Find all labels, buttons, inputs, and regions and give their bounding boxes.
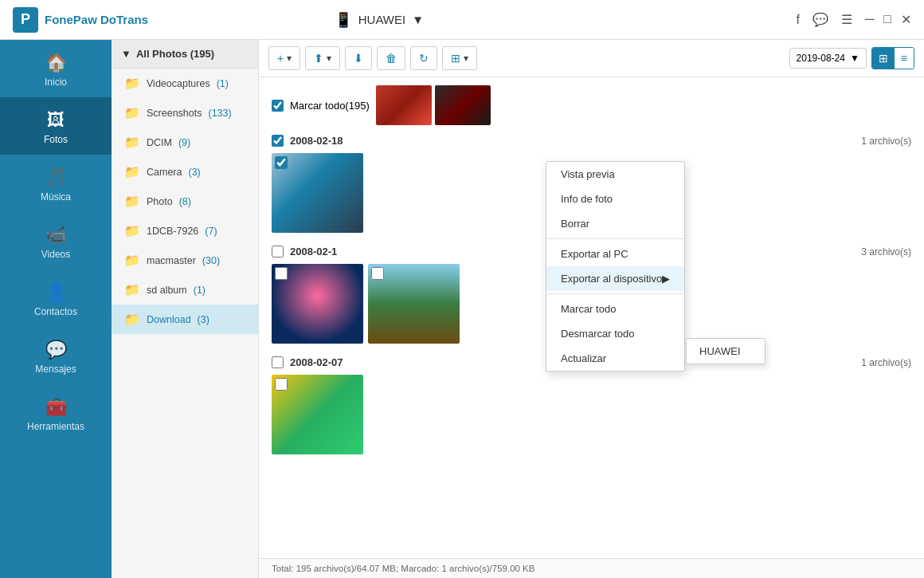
- album-item-videocaptures[interactable]: 📁 Videocaptures (1): [112, 69, 258, 98]
- photo-p4-checkbox[interactable]: [275, 378, 288, 391]
- music-icon: 🎵: [45, 167, 67, 188]
- refresh-icon: ↻: [419, 52, 429, 65]
- video-icon: 📹: [45, 225, 67, 246]
- sidebar-item-mensajes[interactable]: 💬 Mensajes: [0, 327, 112, 384]
- context-item-info-foto[interactable]: Info de foto: [546, 187, 684, 211]
- group3-file-count: 1 archivo(s): [861, 357, 911, 368]
- context-item-vista-previa[interactable]: Vista previa: [546, 162, 684, 187]
- export-button[interactable]: ⬇: [345, 46, 372, 70]
- album-count-macmaster: (30): [202, 255, 220, 266]
- context-submenu-label-huawei: HUAWEI: [699, 345, 741, 357]
- album-count-download: (3): [198, 314, 209, 325]
- date-dropdown-icon: ▼: [850, 53, 859, 64]
- android-icon: 📱: [335, 11, 352, 29]
- import-button[interactable]: ⬆ ▾: [305, 46, 340, 70]
- sidebar: 🏠 Inicio 🖼 Fotos 🎵 Música 📹 Videos 👤 Con…: [0, 40, 112, 578]
- folder-icon-dcim: 📁: [124, 135, 140, 150]
- context-item-exportar-dispositivo[interactable]: Exportar al dispositivo ▶ HUAWEI: [546, 266, 684, 291]
- folder-icon-sdalbum: 📁: [124, 282, 140, 297]
- context-label-vista-previa: Vista previa: [561, 168, 615, 180]
- sidebar-label-musica: Música: [41, 191, 71, 202]
- logo-icon: P: [13, 7, 38, 33]
- chat-icon[interactable]: 💬: [812, 12, 828, 27]
- photo-p3-checkbox[interactable]: [371, 267, 384, 280]
- thumb-p4[interactable]: [272, 375, 363, 454]
- device-dropdown[interactable]: ▼: [412, 13, 424, 26]
- album-item-download[interactable]: 📁 Download (3): [112, 305, 258, 334]
- album-item-photo[interactable]: 📁 Photo (8): [112, 187, 258, 216]
- context-submenu: HUAWEI: [686, 338, 765, 364]
- context-item-actualizar[interactable]: Actualizar: [546, 346, 684, 371]
- album-item-macmaster[interactable]: 📁 macmaster (30): [112, 246, 258, 275]
- app-name: FonePaw DoTrans: [45, 13, 148, 26]
- album-count-camera: (3): [188, 167, 200, 178]
- sidebar-label-mensajes: Mensajes: [35, 364, 76, 375]
- menu-icon[interactable]: ☰: [841, 12, 852, 27]
- messages-icon: 💬: [45, 340, 67, 360]
- thumb-p1[interactable]: [272, 153, 363, 233]
- group1-file-count: 1 archivo(s): [861, 136, 911, 147]
- album-label-videocaptures: Videocaptures: [147, 78, 210, 89]
- album-count-videocaptures: (1): [217, 78, 229, 89]
- more-button[interactable]: ⊞ ▾: [442, 46, 477, 70]
- group2-checkbox[interactable]: [272, 246, 284, 258]
- sidebar-label-videos: Videos: [41, 249, 70, 260]
- context-divider-1: [546, 238, 684, 239]
- add-button[interactable]: + ▾: [268, 46, 300, 70]
- album-item-camera[interactable]: 📁 Camera (3): [112, 157, 258, 187]
- sidebar-item-inicio[interactable]: 🏠 Inicio: [0, 40, 112, 97]
- album-item-sdalbum[interactable]: 📁 sd album (1): [112, 275, 258, 305]
- album-header[interactable]: ▼ All Photos (195): [112, 40, 258, 69]
- context-item-marcar-todo[interactable]: Marcar todo: [546, 297, 684, 321]
- group3-checkbox[interactable]: [272, 356, 284, 368]
- maximize-button[interactable]: □: [883, 12, 891, 27]
- date-selector[interactable]: 2019-08-24 ▼: [789, 48, 867, 69]
- content-area: + ▾ ⬆ ▾ ⬇ 🗑 ↻ ⊞ ▾ 2019-08-24: [259, 40, 924, 578]
- thumb-p2[interactable]: [272, 264, 363, 344]
- add-chevron: ▾: [287, 53, 292, 64]
- context-item-desmarcar-todo[interactable]: Desmarcar todo: [546, 321, 684, 346]
- album-label-1dcb7926: 1DCB-7926: [147, 226, 198, 237]
- delete-button[interactable]: 🗑: [377, 46, 405, 70]
- select-all-checkbox[interactable]: [272, 100, 284, 112]
- photo-p1-checkbox[interactable]: [275, 156, 288, 169]
- photo-p2-checkbox[interactable]: [275, 267, 288, 280]
- minimize-button[interactable]: ─: [865, 12, 874, 27]
- facebook-icon[interactable]: f: [797, 13, 800, 27]
- group2-file-count: 3 archivo(s): [861, 246, 911, 258]
- album-item-screenshots[interactable]: 📁 Screenshots (133): [112, 98, 258, 128]
- view-toggle: ⊞ ≡: [871, 47, 914, 69]
- context-item-borrar[interactable]: Borrar: [546, 211, 684, 236]
- group1-checkbox[interactable]: [272, 135, 284, 147]
- refresh-button[interactable]: ↻: [410, 46, 437, 70]
- album-item-1dcb7926[interactable]: 📁 1DCB-7926 (7): [112, 216, 258, 246]
- context-label-borrar: Borrar: [561, 218, 589, 230]
- collapse-icon: ▼: [121, 48, 131, 60]
- sidebar-label-fotos: Fotos: [44, 134, 68, 145]
- sidebar-item-videos[interactable]: 📹 Videos: [0, 212, 112, 269]
- context-item-exportar-pc[interactable]: Exportar al PC: [546, 242, 684, 266]
- folder-icon-camera: 📁: [124, 164, 140, 179]
- sidebar-item-musica[interactable]: 🎵 Música: [0, 155, 112, 212]
- context-divider-2: [546, 293, 684, 294]
- context-label-marcar-todo: Marcar todo: [561, 303, 616, 315]
- folder-icon-videocaptures: 📁: [124, 76, 140, 91]
- thumb-p3[interactable]: [368, 264, 460, 344]
- sidebar-item-fotos[interactable]: 🖼 Fotos: [0, 97, 112, 155]
- album-count-photo: (8): [179, 196, 191, 207]
- context-submenu-item-huawei[interactable]: HUAWEI: [687, 339, 765, 364]
- view-grid-button[interactable]: ⊞: [872, 48, 895, 69]
- context-label-exportar-dispositivo: Exportar al dispositivo: [561, 273, 662, 285]
- sidebar-item-herramientas[interactable]: 🧰 Herramientas: [0, 384, 112, 442]
- context-label-actualizar: Actualizar: [561, 352, 606, 364]
- album-count-screenshots: (133): [208, 108, 231, 119]
- album-count-sdalbum: (1): [194, 285, 206, 296]
- close-button[interactable]: ✕: [901, 12, 911, 27]
- view-list-button[interactable]: ≡: [895, 48, 914, 69]
- titlebar: P FonePaw DoTrans 📱 HUAWEI ▼ f 💬 ☰ ─ □ ✕: [0, 0, 924, 40]
- statusbar: Total: 195 archivo(s)/64.07 MB; Marcado:…: [259, 558, 924, 578]
- album-item-dcim[interactable]: 📁 DCIM (9): [112, 128, 258, 157]
- sidebar-item-contactos[interactable]: 👤 Contactos: [0, 269, 112, 327]
- folder-icon-macmaster: 📁: [124, 253, 140, 268]
- select-all-row: Marcar todo(195): [272, 85, 911, 125]
